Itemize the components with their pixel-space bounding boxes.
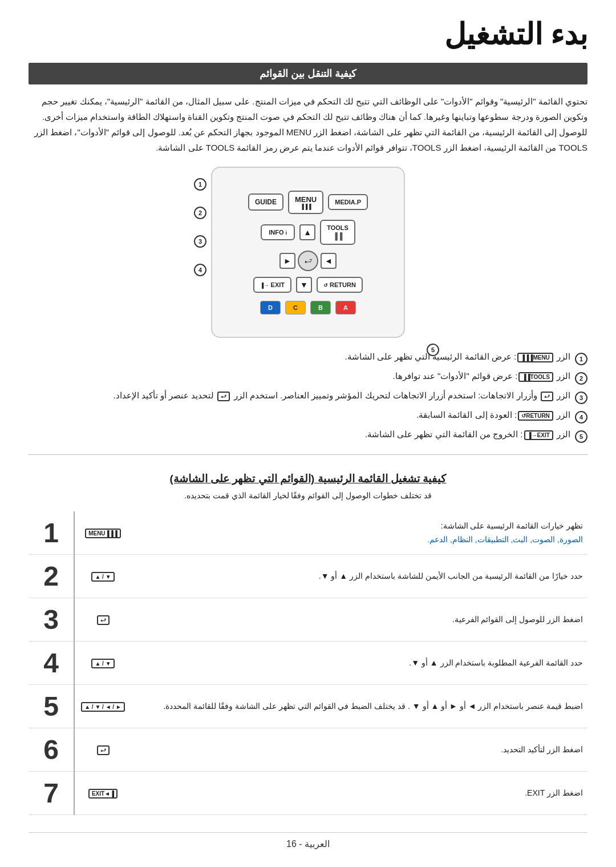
color-c-btn[interactable]: C	[285, 301, 306, 314]
right-arrow-btn[interactable]: ►	[279, 253, 295, 269]
remote-wrapper: 1 2 3 4 MEDIA.P MENU ▐▐▐ GUIDE	[194, 167, 422, 338]
tools-btn[interactable]: TOOLS ▐▐	[320, 220, 355, 245]
step-icon-3: ⮐	[74, 598, 131, 642]
callout-num-5: 5	[575, 430, 587, 443]
callout-item-2: 2 الزر TOOLS▐▐: عرض قوائم "الأدوات" عند …	[29, 371, 587, 385]
step-icon-2: ▲ / ▼	[74, 555, 131, 598]
step-row-5: اضبط قيمة عنصر باستخدام الزر ◄ أو ► أو ▲…	[29, 685, 587, 728]
step-desc-6: اضغط الزر لتأكيد التحديد.	[131, 728, 587, 772]
callout-1: 1	[194, 178, 206, 191]
step-num-3: 3	[29, 598, 74, 642]
callout-desc-4: الزر RETURN↺: العودة إلى القائمة السابقة…	[416, 410, 570, 421]
step-row-7: اضغط الزر EXIT.EXIT◄▐7	[29, 772, 587, 815]
step-row-4: حدد القائمة الفرعية المطلوبة باستخدام ال…	[29, 642, 587, 685]
section1-header: كيفية التنقل بين القوائم	[29, 63, 587, 84]
callout-desc-5: الزر EXIT→▐: الخروج من القائمة التي تظهر…	[365, 429, 570, 440]
step-num-5: 5	[29, 685, 74, 728]
step-row-3: اضغط الزر للوصول إلى القوائم الفرعية.⮐3	[29, 598, 587, 642]
guide-btn[interactable]: GUIDE	[248, 193, 283, 211]
callout-desc-2: الزر TOOLS▐▐: عرض قوائم "الأدوات" عند تو…	[393, 371, 570, 382]
callout-2: 2	[194, 207, 206, 219]
callout-item-4: 4 الزر RETURN↺: العودة إلى القائمة الساب…	[29, 410, 587, 424]
info-btn[interactable]: INFO i	[261, 224, 295, 240]
callout-4: 4	[194, 264, 206, 276]
page-title: بدء التشغيل	[29, 17, 587, 51]
section-divider	[29, 454, 587, 455]
step-row-2: حدد خيارًا من القائمة الرئيسية من الجانب…	[29, 555, 587, 598]
color-buttons-row: A B C D	[260, 301, 356, 314]
callout-num-2: 2	[575, 372, 587, 385]
step-num-7: 7	[29, 772, 74, 815]
callout-desc-3: الزر ⮐ وأزرار الاتجاهات: استخدم أزرار ال…	[113, 390, 570, 401]
remote-body: MEDIA.P MENU ▐▐▐ GUIDE TOOLS ▐▐	[211, 167, 405, 338]
remote-row4: RETURN ↺ ▼ EXIT →▐	[253, 277, 363, 293]
callout-num-4: 4	[575, 411, 587, 424]
menu-btn[interactable]: MENU ▐▐▐	[288, 191, 323, 214]
remote-row3: ◄ ⮐ ►	[279, 251, 337, 271]
left-arrow-btn[interactable]: ◄	[321, 253, 337, 269]
up-arrow-btn[interactable]: ▲	[299, 224, 315, 240]
step-icon-5: ▲ / ▼ / ◄ / ►	[74, 685, 131, 728]
step-row-6: اضغط الزر لتأكيد التحديد.⮐6	[29, 728, 587, 772]
callout-numbers-left: 1 2 3 4	[194, 178, 206, 276]
footer: العربية - 16	[29, 832, 587, 849]
step-icon-4: ▲ / ▼	[74, 642, 131, 685]
mediap-btn[interactable]: MEDIA.P	[328, 194, 368, 210]
callout-3: 3	[194, 235, 206, 248]
step-num-2: 2	[29, 555, 74, 598]
step-desc-3: اضغط الزر للوصول إلى القوائم الفرعية.	[131, 598, 587, 642]
steps-table: تظهر خيارات القائمة الرئيسية على الشاشة:…	[29, 511, 587, 815]
callout-item-3: 3 الزر ⮐ وأزرار الاتجاهات: استخدم أزرار …	[29, 390, 587, 404]
return-btn[interactable]: RETURN ↺	[317, 277, 363, 293]
color-a-btn[interactable]: A	[335, 301, 356, 314]
callout-desc-1: الزر MENU▐▐▐: عرض القائمة الرئيسية التي …	[345, 352, 570, 362]
remote-row2: TOOLS ▐▐ ▲ INFO i	[261, 220, 355, 245]
ok-btn[interactable]: ⮐	[298, 251, 318, 271]
step-desc-1: تظهر خيارات القائمة الرئيسية على الشاشة:…	[131, 511, 587, 555]
section2-subtext: قد تختلف خطوات الوصول إلى القوائم وفقًا …	[29, 491, 587, 500]
step-desc-7: اضغط الزر EXIT.	[131, 772, 587, 815]
down-arrow-btn[interactable]: ▼	[296, 277, 312, 293]
page-container: بدء التشغيل كيفية التنقل بين القوائم تحت…	[0, 0, 616, 867]
remote-diagram: 1 2 3 4 MEDIA.P MENU ▐▐▐ GUIDE	[29, 167, 587, 338]
callout-num-1: 1	[575, 353, 587, 365]
step-num-4: 4	[29, 642, 74, 685]
step-icon-1: MENU▐▐▐	[74, 511, 131, 555]
color-d-btn[interactable]: D	[260, 301, 281, 314]
step-desc-4: حدد القائمة الفرعية المطلوبة باستخدام ال…	[131, 642, 587, 685]
step-row-1: تظهر خيارات القائمة الرئيسية على الشاشة:…	[29, 511, 587, 555]
step-icon-6: ⮐	[74, 728, 131, 772]
step-desc-5: اضبط قيمة عنصر باستخدام الزر ◄ أو ► أو ▲…	[131, 685, 587, 728]
callout-item-5: 5 الزر EXIT→▐: الخروج من القائمة التي تظ…	[29, 429, 587, 443]
step-num-6: 6	[29, 728, 74, 772]
step-num-1: 1	[29, 511, 74, 555]
step-desc-2: حدد خيارًا من القائمة الرئيسية من الجانب…	[131, 555, 587, 598]
description-text: تحتوي القائمة "الرئيسية" وقوائم "الأدوات…	[29, 94, 587, 155]
color-b-btn[interactable]: B	[310, 301, 331, 314]
page-number: العربية - 16	[286, 839, 330, 849]
exit-btn[interactable]: EXIT →▐	[253, 277, 291, 293]
callout-num-3: 3	[575, 392, 587, 404]
remote-row1: MEDIA.P MENU ▐▐▐ GUIDE	[248, 191, 368, 214]
step-icon-7: EXIT◄▐	[74, 772, 131, 815]
section2-header: كيفية تشغيل القائمة الرئيسية (القوائم ال…	[29, 472, 587, 485]
callout-list: 1 الزر MENU▐▐▐: عرض القائمة الرئيسية الت…	[29, 352, 587, 443]
callout-item-1: 1 الزر MENU▐▐▐: عرض القائمة الرئيسية الت…	[29, 352, 587, 365]
